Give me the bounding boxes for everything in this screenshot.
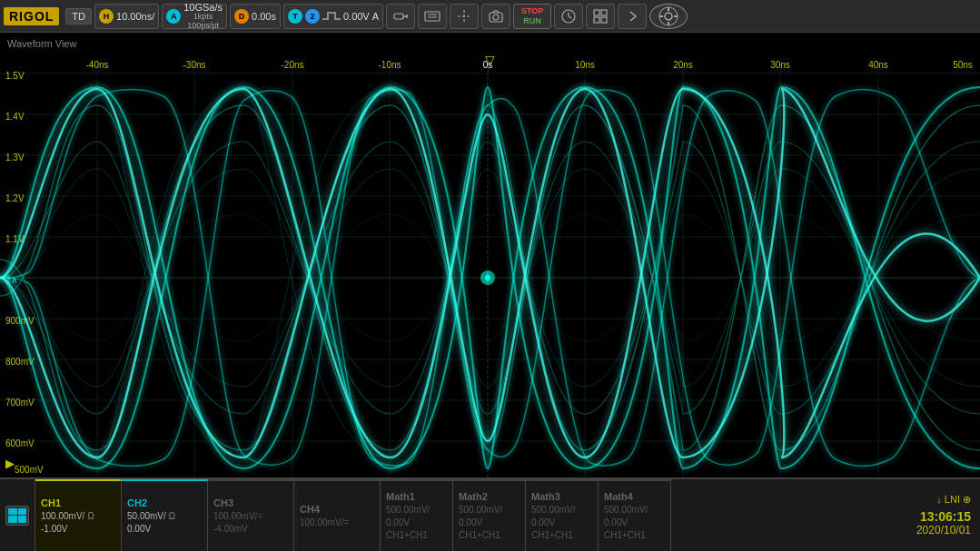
ch4-scale: 100.00mV/= bbox=[300, 517, 374, 529]
ch2-scale: 50.00mV/ Ω bbox=[127, 510, 202, 523]
cursor-button[interactable] bbox=[450, 4, 479, 29]
ch1-offset: -1.00V bbox=[41, 523, 115, 536]
rigol-logo: RIGOL bbox=[4, 7, 59, 25]
math4-operands: CH1+CH1 bbox=[604, 529, 665, 542]
svg-rect-3 bbox=[425, 12, 440, 21]
trigger-waveform-icon bbox=[322, 10, 341, 23]
math4-box[interactable]: Math4 500.00mV/ 0.00V CH1+CH1 bbox=[599, 479, 671, 551]
channel-nav-icons[interactable] bbox=[0, 479, 35, 551]
run-label: RUN bbox=[523, 16, 541, 26]
ch3-scale: 100.00mV/= bbox=[213, 510, 288, 523]
a-indicator: A bbox=[166, 9, 181, 24]
ch4-box[interactable]: CH4 100.00mV/= bbox=[294, 479, 381, 551]
math3-name: Math3 bbox=[531, 491, 592, 502]
math3-box[interactable]: Math3 500.00mV/ 0.00V CH1+CH1 bbox=[526, 479, 599, 551]
measure-button[interactable] bbox=[418, 4, 447, 29]
timebase-value[interactable]: 10.00ns/ bbox=[116, 11, 154, 22]
math1-scale: 500.00mV/ bbox=[386, 504, 447, 517]
snapshot-button[interactable] bbox=[481, 4, 510, 29]
lni-status: ↓ LNI ⊕ bbox=[936, 494, 971, 506]
ch2-box[interactable]: CH2 50.00mV/ Ω 0.00V bbox=[122, 479, 208, 551]
date-display: 2020/10/01 bbox=[916, 524, 971, 536]
svg-rect-11 bbox=[594, 10, 599, 15]
ch3-offset: -4.00mV bbox=[213, 523, 288, 536]
status-area: ↓ LNI ⊕ 13:06:15 2020/10/01 bbox=[889, 479, 980, 551]
pspy-value: 100ps/pt bbox=[187, 22, 219, 31]
math2-operands: CH1+CH1 bbox=[459, 529, 520, 542]
toolbar: RIGOL TD H 10.00ns/ A 10GSa/s 1kpts 100p… bbox=[0, 0, 980, 33]
math1-box[interactable]: Math1 500.00mV/ 0.00V CH1+CH1 bbox=[381, 479, 453, 551]
ch1-name: CH1 bbox=[41, 497, 115, 508]
ch1-scale: 100.00mV/ Ω bbox=[41, 510, 115, 523]
ch2-name: CH2 bbox=[127, 497, 202, 508]
horizontal-section: H 10.00ns/ bbox=[94, 4, 159, 29]
svg-point-9 bbox=[493, 15, 499, 20]
history-icon bbox=[560, 8, 577, 25]
math2-formula: 0.00V bbox=[459, 517, 520, 529]
trigger-unit: A bbox=[372, 11, 379, 22]
waveform-view-label: Waveform View bbox=[7, 38, 76, 49]
cursor-icon bbox=[456, 8, 472, 25]
sample-rate-value[interactable]: 10GSa/s bbox=[183, 2, 223, 13]
probe-icon bbox=[392, 8, 409, 25]
math2-name: Math2 bbox=[459, 491, 520, 502]
math4-name: Math4 bbox=[604, 491, 665, 502]
delay-section: D 0.00s bbox=[230, 4, 281, 29]
svg-point-42 bbox=[485, 275, 490, 280]
svg-rect-12 bbox=[601, 10, 607, 15]
math4-scale: 500.00mV/ bbox=[604, 504, 665, 517]
svg-point-15 bbox=[665, 13, 672, 20]
mode-badge[interactable]: TD bbox=[65, 8, 92, 25]
history-button[interactable] bbox=[554, 4, 583, 29]
channel-grid-icon bbox=[5, 506, 29, 526]
math2-box[interactable]: Math2 500.00mV/ 0.00V CH1+CH1 bbox=[453, 479, 526, 551]
delay-value[interactable]: 0.00s bbox=[252, 11, 276, 22]
d-indicator: D bbox=[234, 9, 249, 24]
svg-rect-13 bbox=[594, 17, 599, 23]
measure-icon bbox=[424, 8, 441, 25]
sample-rate-section: A 10GSa/s 1kpts 100ps/pt bbox=[162, 4, 227, 29]
trigger-channel: 2 bbox=[305, 9, 320, 24]
ch4-name: CH4 bbox=[300, 504, 374, 515]
h-indicator: H bbox=[99, 9, 114, 24]
math1-formula: 0.00V bbox=[386, 517, 447, 529]
math1-operands: CH1+CH1 bbox=[386, 529, 447, 542]
chevron-right-icon bbox=[624, 8, 640, 25]
svg-text:500mV: 500mV bbox=[15, 465, 44, 475]
ch3-box[interactable]: CH3 100.00mV/= -4.00mV bbox=[208, 479, 294, 551]
probe-button[interactable] bbox=[386, 4, 415, 29]
t-indicator: T bbox=[288, 9, 302, 24]
math1-name: Math1 bbox=[386, 491, 447, 502]
channel-bar: CH1 100.00mV/ Ω -1.00V CH2 50.00mV/ Ω 0.… bbox=[0, 477, 980, 551]
math4-formula: 0.00V bbox=[604, 517, 665, 529]
grid-layout-icon bbox=[592, 8, 609, 25]
waveform-trace: 500mV bbox=[0, 33, 980, 477]
settings-button[interactable] bbox=[649, 4, 688, 29]
ch2-offset: 0.00V bbox=[127, 523, 202, 536]
stop-label: STOP bbox=[521, 6, 543, 16]
trigger-level[interactable]: 0.00V bbox=[343, 11, 370, 22]
math3-scale: 500.00mV/ bbox=[531, 504, 592, 517]
ch3-name: CH3 bbox=[213, 497, 288, 508]
waveform-display[interactable]: Waveform View ▽ 1.5V 1.4V 1.3V 1.2V 1.1V… bbox=[0, 33, 980, 477]
svg-rect-0 bbox=[394, 14, 403, 19]
math2-scale: 500.00mV/ bbox=[459, 504, 520, 517]
stop-run-button[interactable]: STOP RUN bbox=[513, 4, 551, 29]
camera-icon bbox=[488, 8, 504, 25]
math3-operands: CH1+CH1 bbox=[531, 529, 592, 542]
math3-formula: 0.00V bbox=[531, 517, 592, 529]
svg-rect-14 bbox=[601, 17, 607, 23]
trigger-section: T 2 0.00V A bbox=[283, 4, 383, 29]
settings-gear-icon bbox=[657, 5, 680, 28]
more-button[interactable] bbox=[618, 4, 647, 29]
grid-layout-button[interactable] bbox=[586, 4, 615, 29]
ch1-box[interactable]: CH1 100.00mV/ Ω -1.00V bbox=[35, 479, 122, 551]
time-display: 13:06:15 bbox=[920, 509, 971, 524]
